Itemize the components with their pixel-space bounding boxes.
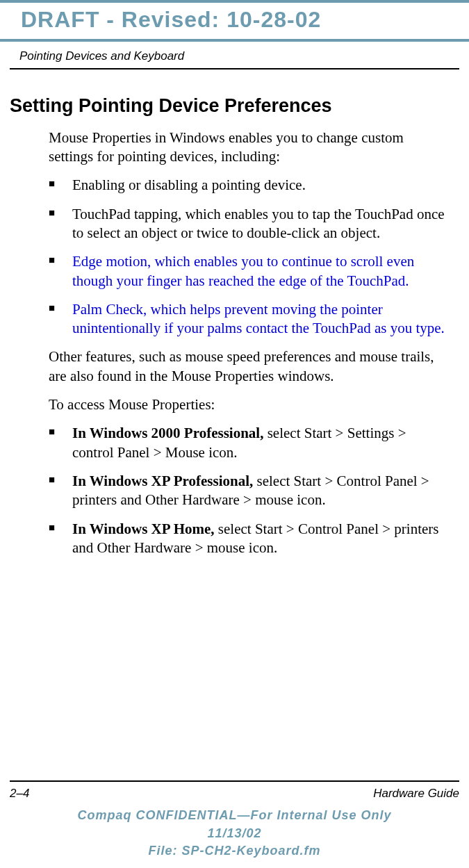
page-footer: 2–4 Hardware Guide Compaq CONFIDENTIAL—F…: [0, 780, 469, 868]
footer-line: 2–4 Hardware Guide: [10, 780, 459, 801]
conf-line: Compaq CONFIDENTIAL—For Internal Use Onl…: [0, 807, 469, 824]
conf-line: File: SP-CH2-Keyboard.fm: [0, 842, 469, 860]
list-item: In Windows XP Home, select Start > Contr…: [49, 520, 448, 558]
os-label: In Windows 2000 Professional,: [72, 425, 263, 441]
intro-paragraph: Mouse Properties in Windows enables you …: [49, 129, 448, 167]
para-other-features: Other features, such as mouse speed pref…: [49, 347, 448, 386]
list-text: Enabling or disabling a pointing device.: [72, 177, 306, 193]
os-label: In Windows XP Home,: [72, 521, 215, 537]
list-text: Edge motion, which enables you to contin…: [72, 253, 414, 288]
page-number: 2–4: [10, 786, 29, 801]
list-item: Edge motion, which enables you to contin…: [49, 252, 448, 290]
os-label: In Windows XP Professional,: [72, 473, 253, 489]
list-item: In Windows XP Professional, select Start…: [49, 472, 448, 510]
list-item: In Windows 2000 Professional, select Sta…: [49, 424, 448, 462]
conf-line: 11/13/02: [0, 825, 469, 842]
feature-list: Enabling or disabling a pointing device.…: [49, 176, 448, 338]
list-item: Palm Check, which helps prevent moving t…: [49, 300, 448, 338]
confidential-footer: Compaq CONFIDENTIAL—For Internal Use Onl…: [0, 807, 469, 868]
list-text: TouchPad tapping, which enables you to t…: [72, 206, 445, 241]
list-text: Palm Check, which helps prevent moving t…: [72, 301, 445, 336]
para-access: To access Mouse Properties:: [49, 395, 448, 414]
section-title: Setting Pointing Device Preferences: [0, 94, 469, 129]
list-item: Enabling or disabling a pointing device.: [49, 176, 448, 195]
draft-revision-header: DRAFT - Revised: 10-28-02: [0, 0, 469, 35]
content-block: Mouse Properties in Windows enables you …: [0, 129, 469, 557]
list-item: TouchPad tapping, which enables you to t…: [49, 205, 448, 243]
guide-name: Hardware Guide: [373, 786, 459, 801]
access-list: In Windows 2000 Professional, select Sta…: [49, 424, 448, 557]
